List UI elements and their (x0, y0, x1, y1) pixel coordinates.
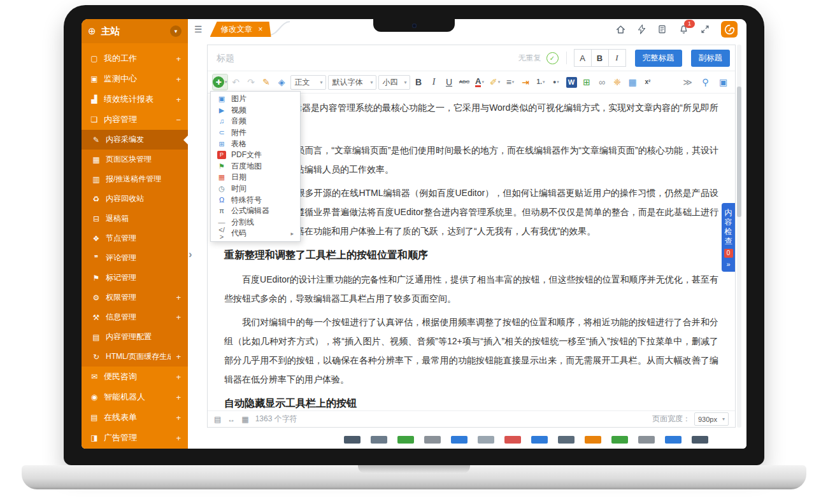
align-button[interactable]: ≡▾ (504, 74, 517, 90)
more-button[interactable]: ≫ (681, 74, 694, 90)
insert-menu-item-pdf[interactable]: PPDF文件 (211, 150, 300, 161)
quick-publish-icon[interactable] (637, 24, 646, 34)
italic-button[interactable]: I (427, 74, 441, 90)
underline-button[interactable]: U (443, 74, 456, 90)
insert-menu-item-label: 分割线 (231, 217, 254, 228)
search-button[interactable]: ⚲ (699, 74, 712, 90)
insert-button[interactable]: ✚▾ (213, 74, 227, 90)
insert-menu-item-label: 视频 (231, 105, 246, 116)
insert-menu-item-baidu-map[interactable]: ⚑百度地图 (211, 161, 300, 172)
sidebar-item-convenience-consult[interactable]: ✉便民咨询+ (82, 367, 188, 387)
font-family-select-value: 默认字体 (332, 77, 363, 88)
sidebar-item-online-form[interactable]: ▤在线表单+ (82, 407, 188, 428)
insert-menu-item-code[interactable]: </ >代码▸ (211, 228, 300, 239)
bold-button[interactable]: B (412, 74, 425, 90)
superscript-button[interactable]: x² (641, 74, 655, 90)
insert-menu-item-image[interactable]: ▣图片 (211, 94, 300, 105)
page-width-select[interactable]: 930px ▾ (694, 412, 729, 426)
notification-bell-icon[interactable]: 1 (678, 24, 689, 35)
redo-button[interactable]: ↷ (245, 74, 258, 90)
outline-icon[interactable]: ▤ (214, 415, 221, 424)
sidebar-item-comment-management[interactable]: ❞评论管理 (82, 248, 188, 268)
full-title-button[interactable]: 完整标题 (635, 50, 682, 67)
insert-menu-item-label: 附件 (231, 127, 246, 138)
tab-close-icon[interactable]: × (259, 25, 263, 34)
sidebar-item-push-manuscript[interactable]: ▥报/推送稿件管理 (82, 169, 188, 189)
insert-menu-item-date[interactable]: ▦日期 (211, 172, 300, 183)
insert-menu-item-special-char[interactable]: Ω特殊符号 (211, 194, 300, 206)
sidebar-item-smart-robot[interactable]: ◉智能机器人+ (82, 387, 188, 407)
sidebar-item-content-management[interactable]: ❏内容管理− (82, 109, 188, 130)
sidebar-item-ad-management[interactable]: ◨广告管理+ (82, 428, 188, 448)
subtitle-button[interactable]: 副标题 (691, 50, 731, 67)
insert-menu-item-attachment[interactable]: ⊂附件 (211, 127, 300, 139)
scrollbar-thumb[interactable] (737, 87, 741, 217)
sidebar-item-performance-report[interactable]: ▟绩效统计报表+ (82, 89, 188, 109)
font-size-select[interactable]: 小四▾ (378, 75, 410, 90)
magic-button-glyph: ❈ (613, 78, 621, 87)
expand-indicator: + (176, 312, 181, 322)
sidebar-item-node-management[interactable]: ❖节点管理 (82, 228, 188, 248)
table-button[interactable]: ⊞ (580, 74, 594, 90)
chevron-down-icon: ▾ (557, 80, 559, 85)
sidebar-toggle-icon[interactable]: ☰ (194, 24, 203, 34)
content-check-button[interactable]: 内容检查0» (722, 203, 735, 272)
content-check-char: 容 (725, 218, 732, 227)
insert-menu-item-video[interactable]: ▶视频 (211, 105, 300, 116)
sidebar-item-content-config[interactable]: ▤内容管理配置 (82, 327, 188, 347)
recycle-icon: ♻ (92, 195, 101, 204)
unordered-list-button[interactable]: •▾ (550, 74, 563, 90)
highlight-button[interactable]: ✐▾ (489, 74, 502, 90)
link-button[interactable]: ∞ (596, 74, 609, 90)
paragraph-select[interactable]: 正文▾ (290, 75, 326, 90)
strikethrough-button[interactable]: ABC (458, 74, 471, 90)
undo-button[interactable]: ↶ (229, 74, 243, 90)
sidebar-item-content-editing[interactable]: ✎内容采编发 (82, 130, 188, 150)
sidebar-expand-handle[interactable]: › (189, 248, 192, 261)
format-painter-button[interactable]: ✎ (260, 74, 273, 90)
grid-icon[interactable]: ▦ (241, 415, 248, 424)
sidebar-item-rejected-box[interactable]: ⊟退稿箱 (82, 209, 188, 228)
draft-note-icon[interactable] (657, 24, 667, 34)
home-icon[interactable] (615, 24, 626, 35)
pdf-icon: P (217, 151, 226, 159)
scrollbar-track[interactable] (737, 45, 741, 428)
site-switcher-chevron-icon[interactable]: ▾ (170, 25, 182, 37)
sidebar-item-recycle-bin[interactable]: ♻内容回收站 (82, 189, 188, 209)
ordered-list-button[interactable]: 1.▾ (534, 74, 548, 90)
sidebar-item-html-cache[interactable]: ↻HTML/页面缓存生成+ (82, 347, 188, 367)
display-button[interactable]: ▣ (717, 74, 730, 90)
sidebar-item-page-block[interactable]: ▦页面区块管理 (82, 150, 188, 169)
tools-icon: ⚒ (92, 313, 101, 322)
tab-edit-article[interactable]: 修改文章 × (210, 22, 271, 37)
sidebar-item-permission-management[interactable]: ⚙权限管理+ (82, 288, 188, 307)
editor-status-bar: ▤ ↔ ▦ 1363 个字符 页面宽度： 930px ▾ (208, 410, 735, 427)
expand-indicator: + (176, 95, 181, 104)
insert-menu-item-table[interactable]: ⊞表格 (211, 138, 300, 150)
sidebar-item-label: 评论管理 (106, 253, 181, 263)
insert-menu-item-label: 音频 (231, 116, 246, 127)
font-family-select[interactable]: 默认字体▾ (328, 75, 376, 90)
font-color-button[interactable]: A▾ (473, 74, 487, 90)
width-icon[interactable]: ↔ (227, 415, 235, 424)
indent-button[interactable]: ⇥ (519, 74, 532, 90)
insert-menu-item-formula[interactable]: π公式编辑器 (211, 206, 300, 217)
insert-menu-item-time[interactable]: ◷时间 (211, 183, 300, 195)
word-import-button[interactable]: W (565, 74, 578, 90)
title-input[interactable] (215, 52, 513, 64)
sidebar-item-info-management[interactable]: ⚒信息管理+ (82, 307, 188, 327)
sidebar-header[interactable]: ⊕ 主站 ▾ (82, 19, 188, 43)
media-button[interactable]: ▦ (626, 74, 639, 90)
insert-menu-item-audio[interactable]: ♫音频 (211, 116, 300, 127)
eraser-button[interactable]: ◈ (275, 74, 289, 90)
title-italic-button[interactable]: I (608, 49, 626, 67)
title-bold-button[interactable]: B (591, 49, 609, 67)
fullscreen-icon[interactable] (700, 24, 710, 34)
sidebar-item-tag-management[interactable]: ⚑标记管理 (82, 268, 188, 288)
sidebar-item-my-work[interactable]: ▢我的工作+ (82, 48, 188, 69)
title-color-button[interactable]: A (574, 49, 592, 67)
sidebar-item-monitor-center[interactable]: ▣监测中心+ (82, 69, 188, 89)
brand-logo[interactable] (721, 21, 738, 38)
chevron-down-icon: ▾ (722, 416, 725, 422)
magic-button[interactable]: ❈ (611, 74, 624, 90)
